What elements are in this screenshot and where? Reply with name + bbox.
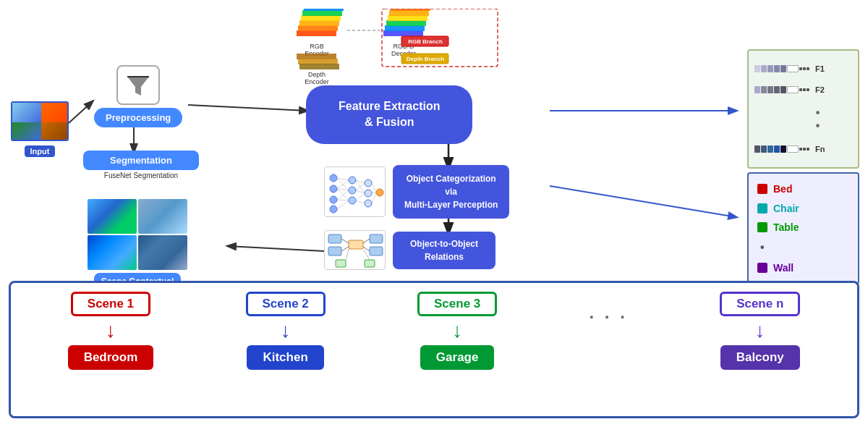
objcat-label: Object CategorizationviaMulti-Layer Perc… (393, 165, 509, 219)
strip-row-fn: Fn (754, 145, 852, 153)
strip-label-f1: F1 (815, 64, 825, 73)
cat-row-table: Table (757, 221, 849, 233)
svg-text:Encoder: Encoder (305, 78, 329, 85)
obj2obj-block: Object-to-ObjectRelations (324, 230, 495, 270)
segmentation-label: Segmentation (83, 151, 199, 170)
svg-rect-69 (370, 234, 383, 243)
svg-line-64 (372, 183, 376, 193)
feature-extraction-label: Feature Extraction& Fusion (306, 85, 472, 144)
scene-n-title: Scene n (720, 292, 800, 316)
svg-line-66 (372, 193, 376, 203)
strip-label-f2: F2 (815, 85, 825, 94)
svg-line-54 (337, 189, 349, 200)
svg-line-53 (337, 189, 349, 190)
strip-row-f2: F2 (754, 85, 852, 94)
scene-1-result: Bedroom (68, 345, 154, 370)
scene-1-arrow: ↓ (106, 321, 116, 341)
cat-label-table: Table (773, 221, 799, 233)
network-diagram: RGB Encoder RGB-D Decoder RGB Branch (289, 9, 503, 85)
svg-text:Depth: Depth (308, 71, 326, 78)
svg-line-57 (337, 200, 349, 209)
obj2obj-label: Object-to-ObjectRelations (393, 232, 495, 269)
svg-text:RGB: RGB (310, 43, 324, 50)
svg-line-73 (341, 247, 349, 251)
input-block: Input (7, 101, 72, 157)
svg-line-60 (356, 183, 365, 190)
scene-item-2: Scene 2 ↓ Kitchen (246, 292, 326, 370)
svg-line-58 (356, 180, 365, 183)
svg-rect-25 (389, 10, 429, 16)
scene-images (88, 199, 187, 270)
feature-extraction-block: Feature Extraction& Fusion (306, 85, 472, 144)
main-diagram: Input Preprocessing Segmentation FuseNet… (7, 7, 861, 420)
svg-rect-76 (336, 260, 346, 267)
bottom-section: Scene 1 ↓ Bedroom Scene 2 ↓ Kitchen Scen… (9, 281, 859, 418)
scene-3-result: Garage (420, 345, 495, 370)
svg-line-63 (356, 200, 365, 203)
svg-rect-77 (365, 260, 375, 267)
scene-dots: . . . (590, 292, 628, 323)
svg-line-56 (337, 200, 349, 200)
input-label: Input (25, 145, 56, 157)
cat-dots: • (757, 241, 849, 254)
svg-text:Depth Branch: Depth Branch (407, 56, 445, 62)
svg-marker-9 (127, 77, 149, 96)
svg-point-45 (349, 197, 356, 204)
svg-rect-11 (297, 30, 336, 36)
svg-rect-15 (302, 10, 342, 16)
svg-line-2 (188, 105, 307, 111)
svg-point-44 (349, 187, 356, 194)
input-image (11, 101, 69, 141)
svg-line-78 (346, 249, 349, 260)
svg-text:RGB Branch: RGB Branch (408, 38, 443, 45)
svg-rect-31 (297, 54, 336, 59)
svg-rect-14 (301, 15, 341, 21)
svg-line-65 (372, 193, 376, 193)
scene-3-title: Scene 3 (417, 292, 497, 316)
svg-line-62 (356, 193, 365, 200)
scene-2-result: Kitchen (247, 345, 323, 370)
svg-rect-13 (299, 20, 339, 26)
scene-items-container: Scene 1 ↓ Bedroom Scene 2 ↓ Kitchen Scen… (22, 292, 846, 407)
svg-line-52 (337, 180, 349, 189)
segmentation-sublabel: FuseNet Segmentation (83, 172, 199, 179)
svg-line-72 (341, 239, 349, 243)
cat-label-chair: Chair (773, 203, 799, 214)
svg-rect-32 (298, 59, 338, 64)
scene-n-result: Balcony (720, 345, 800, 370)
svg-rect-33 (299, 64, 339, 69)
strip-dots: •• (754, 106, 852, 132)
svg-rect-24 (388, 15, 427, 21)
segmentation-block: Segmentation FuseNet Segmentation (83, 151, 199, 179)
svg-line-7 (550, 186, 736, 217)
cat-row-chair: Chair (757, 203, 849, 214)
scene-dots-text: . . . (590, 303, 628, 323)
svg-rect-68 (328, 247, 341, 255)
filter-icon (116, 65, 160, 105)
preprocessing-label: Preprocessing (94, 108, 182, 127)
svg-rect-12 (298, 25, 338, 31)
svg-point-42 (330, 206, 337, 213)
svg-point-47 (365, 190, 372, 197)
strip-label-fn: Fn (815, 145, 825, 153)
svg-rect-16 (304, 9, 344, 11)
svg-rect-22 (385, 25, 425, 31)
categories-panel: Bed Chair Table • Wall (747, 172, 859, 284)
svg-rect-70 (370, 247, 383, 255)
cat-row-wall: Wall (757, 262, 849, 274)
svg-rect-67 (328, 234, 341, 243)
scene-item-3: Scene 3 ↓ Garage (417, 292, 497, 370)
cat-label-bed: Bed (773, 183, 792, 195)
objcat-block: Object CategorizationviaMulti-Layer Perc… (324, 165, 509, 219)
svg-point-40 (330, 185, 337, 193)
cat-row-bed: Bed (757, 183, 849, 195)
scene-item-1: Scene 1 ↓ Bedroom (68, 292, 154, 370)
obj2obj-icon (324, 230, 386, 270)
mlp-icon (324, 166, 386, 217)
scene-n-arrow: ↓ (755, 321, 765, 341)
scene-2-arrow: ↓ (281, 321, 291, 341)
scene-1-title: Scene 1 (71, 292, 150, 316)
svg-line-55 (337, 190, 349, 200)
svg-line-74 (363, 239, 370, 243)
svg-point-41 (330, 196, 337, 203)
